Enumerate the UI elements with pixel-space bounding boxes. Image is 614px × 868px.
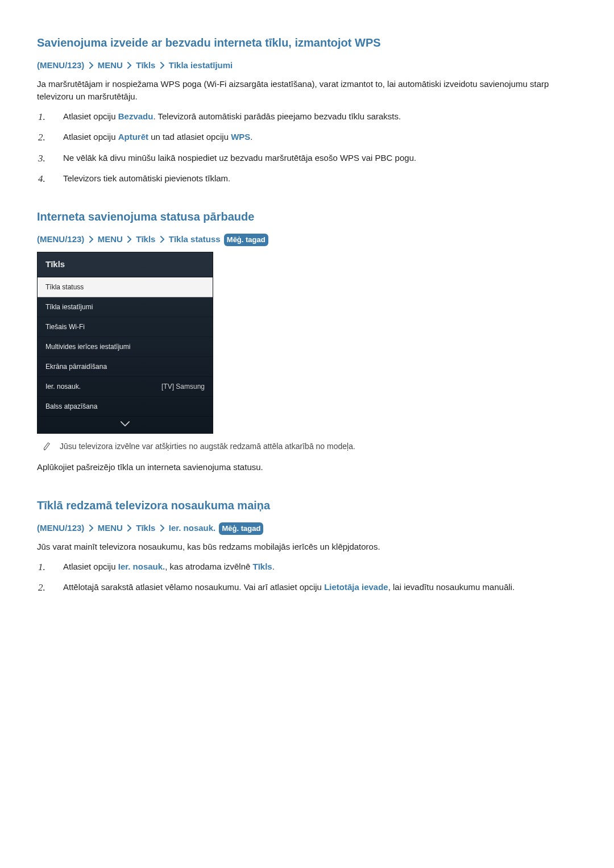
menu-item[interactable]: Ekrāna pārraidīšana	[38, 357, 213, 377]
breadcrumb-item: Tīkla iestatījumi	[169, 60, 233, 70]
menu-item[interactable]: Balss atpazīšana	[38, 397, 213, 417]
chevron-right-icon	[160, 234, 165, 247]
keyword: Ier. nosauk.	[118, 562, 165, 571]
step-text: un tad atlasiet opciju	[148, 132, 231, 142]
section-wps: Savienojuma izveide ar bezvadu interneta…	[37, 34, 577, 185]
step-number: 1.	[38, 110, 53, 124]
scroll-down-button[interactable]	[38, 417, 213, 434]
breadcrumb-item: MENU/123	[40, 523, 81, 533]
step-number: 3.	[38, 151, 53, 166]
menu-item-label: Ier. nosauk.	[45, 381, 81, 392]
step-text: . Televizorā automātiski parādās pieejam…	[153, 111, 401, 121]
chevron-down-icon	[120, 420, 130, 429]
list-item: 1. Atlasiet opciju Bezvadu. Televizorā a…	[54, 110, 577, 123]
try-now-badge[interactable]: Mēģ. tagad	[224, 234, 268, 247]
chevron-right-icon	[127, 234, 132, 247]
chevron-right-icon	[89, 234, 94, 247]
breadcrumb-item: Tīkla statuss	[169, 234, 221, 244]
step-number: 2.	[38, 130, 53, 145]
breadcrumb-item: MENU	[98, 60, 123, 70]
breadcrumb-item: Tīkls	[136, 523, 155, 533]
chevron-right-icon	[127, 522, 132, 535]
breadcrumb-item: Ier. nosauk.	[169, 523, 216, 533]
menu-item-label: Tīkla statuss	[45, 282, 84, 292]
breadcrumb: (MENU/123) MENU Tīkls Tīkla statuss Mēģ.…	[37, 233, 577, 247]
step-text: .	[272, 562, 275, 571]
keyword: Lietotāja ievade	[324, 582, 388, 592]
chevron-right-icon	[127, 60, 132, 73]
paragraph: Aplūkojiet pašreizējo tīkla un interneta…	[37, 461, 577, 474]
menu-item[interactable]: Tiešais Wi-Fi	[38, 317, 213, 337]
section-heading: Interneta savienojuma statusa pārbaude	[37, 208, 577, 225]
section-heading: Tīklā redzamā televizora nosaukuma maiņa	[37, 497, 577, 514]
menu-item-value: [TV] Samsung	[161, 381, 205, 392]
step-number: 2.	[38, 580, 53, 595]
list-item: 3. Ne vēlāk kā divu minūšu laikā nospied…	[54, 152, 577, 165]
menu-item[interactable]: Tīkla statuss	[38, 277, 213, 297]
step-number: 1.	[38, 560, 53, 575]
step-text: Atlasiet opciju	[63, 111, 118, 121]
step-number: 4.	[38, 172, 53, 186]
breadcrumb-item: MENU/123	[40, 60, 81, 70]
menu-item[interactable]: Multivides ierīces iestatījumi	[38, 337, 213, 357]
menu-item-label: Balss atpazīšana	[45, 401, 97, 412]
keyword: Bezvadu	[118, 111, 154, 121]
section-status: Interneta savienojuma statusa pārbaude (…	[37, 208, 577, 474]
ordered-list: 1. Atlasiet opciju Bezvadu. Televizorā a…	[37, 110, 577, 185]
chevron-right-icon	[160, 60, 165, 73]
menu-item-label: Ekrāna pārraidīšana	[45, 362, 107, 372]
breadcrumb: (MENU/123) MENU Tīkls Tīkla iestatījumi	[37, 59, 577, 72]
menu-item-label: Multivides ierīces iestatījumi	[45, 342, 130, 352]
breadcrumb-item: MENU	[98, 234, 123, 244]
ordered-list: 1. Atlasiet opciju Ier. nosauk., kas atr…	[37, 560, 577, 594]
section-heading: Savienojuma izveide ar bezvadu interneta…	[37, 34, 577, 51]
step-text: Atlasiet opciju	[63, 132, 118, 142]
chevron-right-icon	[89, 522, 94, 535]
intro-paragraph: Ja maršrutētājam ir nospiežama WPS poga …	[37, 78, 577, 103]
step-text: Ne vēlāk kā divu minūšu laikā nospiediet…	[63, 153, 416, 163]
menu-item-label: Tīkla iestatījumi	[45, 302, 93, 312]
note: Jūsu televizora izvēlne var atšķirties n…	[37, 441, 577, 454]
list-item: 4. Televizors tiek automātiski pievienot…	[54, 172, 577, 185]
pencil-icon	[43, 441, 51, 455]
step-text: .	[250, 132, 252, 142]
breadcrumb-item: MENU	[98, 523, 123, 533]
step-text: , kas atrodama izvēlnē	[165, 562, 252, 571]
keyword: WPS	[231, 132, 250, 142]
breadcrumb: (MENU/123) MENU Tīkls Ier. nosauk. Mēģ. …	[37, 522, 577, 535]
paren-close: )	[81, 523, 84, 533]
section-rename: Tīklā redzamā televizora nosaukuma maiņa…	[37, 497, 577, 594]
breadcrumb-item: MENU/123	[40, 234, 81, 244]
note-text: Jūsu televizora izvēlne var atšķirties n…	[60, 441, 355, 454]
menu-item[interactable]: Ier. nosauk. [TV] Samsung	[38, 377, 213, 397]
step-text: Atlasiet opciju	[63, 562, 118, 571]
step-text: , lai ievadītu nosaukumu manuāli.	[388, 582, 515, 592]
paren-close: )	[81, 234, 84, 244]
try-now-badge[interactable]: Mēģ. tagad	[219, 522, 263, 535]
tv-menu-panel: Tīkls Tīkla statuss Tīkla iestatījumi Ti…	[37, 252, 213, 434]
keyword: Apturēt	[118, 132, 148, 142]
menu-item[interactable]: Tīkla iestatījumi	[38, 297, 213, 317]
step-text: Televizors tiek automātiski pievienots t…	[63, 173, 230, 183]
paren-close: )	[81, 60, 84, 70]
chevron-right-icon	[89, 60, 94, 73]
intro-paragraph: Jūs varat mainīt televizora nosaukumu, k…	[37, 541, 577, 554]
breadcrumb-item: Tīkls	[136, 60, 155, 70]
step-text: Attēlotajā sarakstā atlasiet vēlamo nosa…	[63, 582, 324, 592]
chevron-right-icon	[160, 522, 165, 535]
menu-title: Tīkls	[38, 252, 213, 277]
menu-item-label: Tiešais Wi-Fi	[45, 322, 85, 332]
list-item: 2. Attēlotajā sarakstā atlasiet vēlamo n…	[54, 581, 577, 594]
keyword: Tīkls	[253, 562, 272, 571]
list-item: 1. Atlasiet opciju Ier. nosauk., kas atr…	[54, 560, 577, 574]
list-item: 2. Atlasiet opciju Apturēt un tad atlasi…	[54, 131, 577, 144]
breadcrumb-item: Tīkls	[136, 234, 155, 244]
